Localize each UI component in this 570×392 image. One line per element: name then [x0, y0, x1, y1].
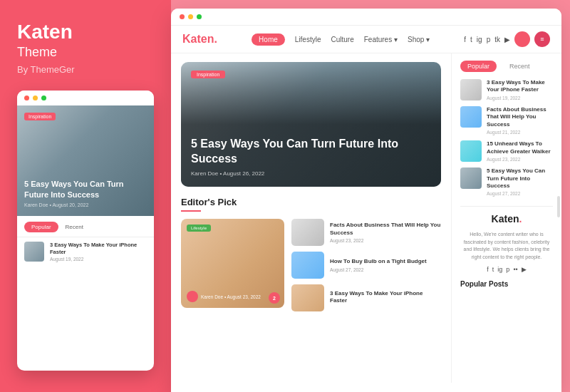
editors-small-text-1: How To Buy Bulb on a Tight Budget August…	[330, 258, 427, 272]
nav-link-culture[interactable]: Culture	[331, 36, 353, 43]
editors-small-card-0[interactable]: Facts About Business That Will Help You …	[291, 219, 441, 246]
nav-link-shop[interactable]: Shop ▾	[408, 36, 430, 43]
sidebar-item-3[interactable]: 5 Easy Ways You Can Turn Future Into Suc…	[460, 167, 553, 196]
editors-small-card-2[interactable]: 3 Easy Ways To Make Your iPhone Faster	[291, 284, 441, 311]
nav-logo: Katen.	[182, 33, 217, 46]
social-twitter-icon[interactable]: t	[492, 266, 494, 273]
nav-links: Home Lifestyle Culture Features ▾ Shop ▾	[252, 33, 430, 46]
sidebar-item-title-0: 3 Easy Ways To Make Your iPhone Faster	[487, 79, 553, 94]
hero-article[interactable]: Inspiration 5 Easy Ways You Can Turn Fut…	[181, 62, 441, 187]
sidebar: Popular Recent 3 Easy Ways To Make Your …	[451, 53, 561, 383]
popular-posts-label: Popular Posts	[460, 280, 553, 288]
nav-icons: f t ig p tk ▶ ≡	[464, 31, 550, 47]
nav-link-lifestyle[interactable]: Lifestyle	[295, 36, 321, 43]
sidebar-tab-popular[interactable]: Popular	[460, 61, 497, 72]
editors-thumb-image-2	[291, 284, 324, 311]
browser-content: Inspiration 5 Easy Ways You Can Turn Fut…	[171, 53, 561, 383]
sidebar-thumb-img-1	[460, 106, 482, 128]
brand-by: By ThemeGer	[17, 64, 154, 75]
mobile-top-bar	[17, 91, 154, 105]
browser-dot-green	[197, 14, 202, 19]
social-facebook-icon[interactable]: f	[487, 266, 489, 273]
sidebar-thumb-img-3	[460, 167, 482, 189]
sidebar-brand: Katen.	[460, 212, 553, 225]
sidebar-social: f t ig p •• ▶	[460, 266, 553, 273]
mobile-mockup: Inspiration 5 Easy Ways You Can Turn Fut…	[17, 91, 154, 371]
editors-large-card[interactable]: Lifestyle Karen Doe • August 23, 2022 2	[181, 219, 284, 308]
sidebar-tab-recent[interactable]: Recent	[502, 61, 537, 72]
sidebar-item-date-2: August 23, 2022	[487, 157, 553, 162]
editors-small-title-0: Facts About Business That Will Help You …	[330, 222, 441, 237]
sidebar-brand-name: Katen.	[492, 213, 522, 225]
sidebar-text-0: 3 Easy Ways To Make Your iPhone Faster A…	[487, 79, 553, 100]
nav-pinterest-icon: p	[487, 36, 491, 43]
sidebar-item-title-3: 5 Easy Ways You Can Turn Future Into Suc…	[487, 167, 553, 190]
sidebar-item-title-2: 15 Unheard Ways To Achieve Greater Walke…	[487, 140, 553, 155]
editors-small-date-0: August 23, 2022	[330, 238, 441, 243]
hero-title: 5 Easy Ways You Can Turn Future Into Suc…	[191, 137, 431, 167]
editors-small-thumb-1	[291, 252, 324, 279]
nav-tiktok-icon: tk	[494, 36, 500, 43]
mobile-list-text: 3 Easy Ways To Make Your iPhone Faster A…	[50, 242, 147, 262]
sidebar-divider	[460, 206, 553, 207]
editors-small-text-2: 3 Easy Ways To Make Your iPhone Faster	[330, 290, 441, 306]
sidebar-text-1: Facts About Business That Will Help You …	[487, 106, 553, 135]
nav-avatar-1	[514, 31, 530, 47]
browser-top-bar	[171, 9, 561, 26]
nav-twitter-icon: t	[470, 36, 472, 43]
sidebar-text-2: 15 Unheard Ways To Achieve Greater Walke…	[487, 140, 553, 162]
mobile-tab-popular[interactable]: Popular	[24, 222, 58, 232]
social-pinterest-icon[interactable]: p	[506, 266, 509, 273]
scrollbar-stub[interactable]	[557, 196, 560, 217]
sidebar-item-0[interactable]: 3 Easy Ways To Make Your iPhone Faster A…	[460, 79, 553, 100]
editors-small-title-2: 3 Easy Ways To Make Your iPhone Faster	[330, 290, 441, 305]
dot-red	[24, 96, 29, 100]
sidebar-description: Hello, We're content writer who is fasci…	[460, 231, 553, 261]
mobile-tab-recent[interactable]: Recent	[58, 222, 90, 232]
browser-window: Katen. Home Lifestyle Culture Features ▾…	[171, 9, 561, 392]
social-instagram-icon[interactable]: ig	[497, 266, 502, 273]
nav-link-features[interactable]: Features ▾	[364, 36, 398, 43]
sidebar-item-date-0: August 19, 2022	[487, 96, 553, 100]
editors-grid: Lifestyle Karen Doe • August 23, 2022 2	[181, 219, 441, 311]
browser-dot-yellow	[188, 14, 193, 19]
mobile-tabs: Popular Recent	[17, 216, 154, 237]
sidebar-thumb-2	[460, 140, 482, 162]
social-medium-icon[interactable]: ••	[513, 266, 517, 273]
nav-instagram-icon: ig	[477, 36, 482, 43]
sidebar-list: 3 Easy Ways To Make Your iPhone Faster A…	[460, 79, 553, 196]
sidebar-thumb-0	[460, 79, 482, 100]
hero-meta: Karen Doe • August 26, 2022	[191, 170, 431, 177]
editors-small-card-1[interactable]: How To Buy Bulb on a Tight Budget August…	[291, 252, 441, 279]
sidebar-item-2[interactable]: 15 Unheard Ways To Achieve Greater Walke…	[460, 140, 553, 162]
social-youtube-icon[interactable]: ▶	[522, 266, 527, 273]
number-badge: 2	[269, 292, 280, 304]
editors-small-title-1: How To Buy Bulb on a Tight Budget	[330, 258, 427, 265]
nav-youtube-icon: ▶	[504, 36, 510, 43]
editors-pick-underline	[181, 210, 201, 212]
editors-pick-section: Editor's Pick Lifestyle Karen Doe • Augu…	[181, 197, 441, 311]
main-content: Inspiration 5 Easy Ways You Can Turn Fut…	[171, 53, 451, 383]
mobile-category-badge: Inspiration	[24, 113, 56, 120]
sidebar-item-1[interactable]: Facts About Business That Will Help You …	[460, 106, 553, 135]
mobile-thumb	[24, 242, 44, 262]
sidebar-item-title-1: Facts About Business That Will Help You …	[487, 106, 553, 128]
editors-badge: Lifestyle	[187, 225, 211, 232]
sidebar-item-date-1: August 21, 2022	[487, 130, 553, 135]
dot-green	[41, 96, 46, 100]
nav-facebook-icon: f	[464, 36, 466, 43]
brand-subtitle: Theme	[17, 45, 154, 60]
editors-small-date-1: August 27, 2022	[330, 267, 427, 272]
mobile-hero-meta: Karen Doe • August 20, 2022	[24, 202, 147, 207]
sidebar-thumb-3	[460, 167, 482, 189]
editors-thumb-image-1	[291, 252, 324, 279]
mobile-list-title: 3 Easy Ways To Make Your iPhone Faster	[50, 242, 147, 256]
sidebar-tabs: Popular Recent	[460, 61, 553, 72]
hero-badge: Inspiration	[191, 71, 225, 78]
sidebar-item-date-3: August 27, 2022	[487, 191, 553, 196]
mobile-list-date: August 19, 2022	[50, 257, 147, 262]
editors-small-thumb-0	[291, 219, 324, 246]
nav-link-home[interactable]: Home	[252, 33, 285, 46]
brand-title: Katen	[17, 21, 154, 43]
nav-avatar-2: ≡	[534, 31, 550, 47]
